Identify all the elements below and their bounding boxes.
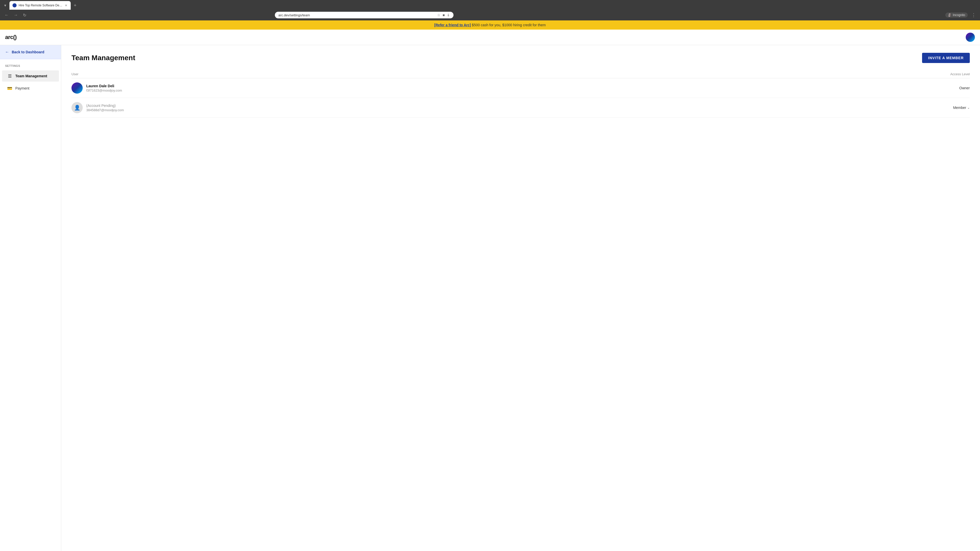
settings-section: SETTINGS <box>0 59 61 70</box>
back-to-dashboard-link[interactable]: ← Back to Dashboard <box>0 45 61 59</box>
tab-list-button[interactable]: ▼ <box>2 3 8 8</box>
tab-title: Hire Top Remote Software Dev... <box>19 3 62 7</box>
url-text: arc.dev/settings/team <box>278 13 436 17</box>
access-level-owner: Owner <box>959 86 970 90</box>
main-content: Team Management INVITE A MEMBER User Acc… <box>61 45 980 551</box>
user-email-2: 384588d7@moodjoy.com <box>86 108 124 112</box>
active-tab: Hire Top Remote Software Dev... × <box>10 1 71 10</box>
user-cell-1: Lauren Dale Deli f3f71623@moodjoy.com <box>72 78 726 98</box>
table-row: Lauren Dale Deli f3f71623@moodjoy.com Ow… <box>72 78 970 98</box>
nav-item-payment[interactable]: 💳 Payment <box>2 83 59 94</box>
user-name-1: Lauren Dale Deli <box>86 84 122 88</box>
page-header: Team Management INVITE A MEMBER <box>72 53 970 63</box>
user-name-2: (Account Pending) <box>86 103 124 108</box>
team-management-icon: ☰ <box>7 73 12 79</box>
tab-favicon <box>13 3 17 7</box>
incognito-badge[interactable]: 🗿 Incognito <box>945 13 968 17</box>
nav-item-payment-label: Payment <box>15 86 29 90</box>
tab-close-button[interactable]: × <box>65 3 68 8</box>
promo-link[interactable]: [Refer a friend to Arc] <box>434 23 471 27</box>
nav-item-team-management-label: Team Management <box>15 74 47 78</box>
extensions-icon[interactable]: ■ <box>442 13 445 17</box>
back-to-dashboard-label: Back to Dashboard <box>12 50 45 54</box>
pending-avatar-icon: 👤 <box>74 105 80 111</box>
user-email-1: f3f71623@moodjoy.com <box>86 89 122 92</box>
incognito-icon: 🗿 <box>948 13 952 17</box>
page: [Refer a friend to Arc] $500 cash for yo… <box>0 21 980 551</box>
new-tab-button[interactable]: + <box>72 2 79 9</box>
user-avatar-lauren <box>72 83 83 94</box>
promo-banner: [Refer a friend to Arc] $500 cash for yo… <box>0 21 980 30</box>
address-bar-row: ← → ↻ arc.dev/settings/team ☆ ■ ⇓ 🗿 Inco… <box>0 10 980 21</box>
settings-section-label: SETTINGS <box>5 64 20 67</box>
access-level-dropdown[interactable]: Member ⌄ <box>726 106 970 110</box>
download-icon[interactable]: ⇓ <box>447 13 450 17</box>
chevron-down-icon: ⌄ <box>967 106 970 110</box>
reload-button[interactable]: ↻ <box>21 12 28 19</box>
user-avatar-pending: 👤 <box>72 102 83 113</box>
promo-text: $500 cash for you, $1000 hiring credit f… <box>471 23 546 27</box>
more-button[interactable]: ⋮ <box>970 11 977 19</box>
nav-item-team-management[interactable]: ☰ Team Management <box>2 70 59 82</box>
tab-bar: ▼ Hire Top Remote Software Dev... × + <box>0 0 980 10</box>
app-header: arc() <box>0 30 980 45</box>
address-bar[interactable]: arc.dev/settings/team ☆ ■ ⇓ <box>275 12 453 18</box>
bookmark-icon[interactable]: ☆ <box>437 13 441 17</box>
access-cell-1: Owner <box>726 78 970 98</box>
access-member-label: Member <box>953 106 966 110</box>
col-access: Access Level <box>726 70 970 78</box>
table-row: 👤 (Account Pending) 384588d7@moodjoy.com <box>72 98 970 118</box>
incognito-label: Incognito <box>953 13 965 17</box>
user-avatar[interactable] <box>966 33 975 42</box>
app-logo: arc() <box>5 34 17 41</box>
team-table: User Access Level Lauren Dale Deli <box>72 70 970 118</box>
sidebar: ← Back to Dashboard SETTINGS ☰ Team Mana… <box>0 45 61 551</box>
forward-button[interactable]: → <box>12 12 19 18</box>
page-title: Team Management <box>72 54 135 62</box>
back-button[interactable]: ← <box>3 12 10 18</box>
app-layout: ← Back to Dashboard SETTINGS ☰ Team Mana… <box>0 45 980 551</box>
payment-icon: 💳 <box>7 86 12 91</box>
col-user: User <box>72 70 726 78</box>
access-cell-2[interactable]: Member ⌄ <box>726 98 970 118</box>
table-header-row: User Access Level <box>72 70 970 78</box>
user-cell-2: 👤 (Account Pending) 384588d7@moodjoy.com <box>72 98 726 118</box>
back-arrow-icon: ← <box>5 50 9 54</box>
invite-member-button[interactable]: INVITE A MEMBER <box>922 53 970 63</box>
